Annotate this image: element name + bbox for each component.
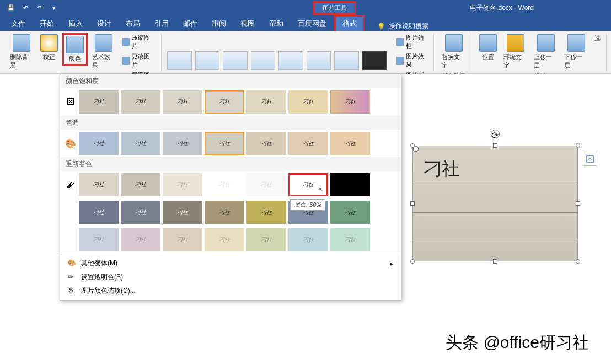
picture-style-thumb[interactable] — [334, 51, 359, 70]
tab-insert[interactable]: 插入 — [62, 17, 89, 31]
selection-pane-button[interactable]: 选 — [592, 33, 603, 44]
alt-text-button[interactable]: 替换文字 — [440, 33, 468, 71]
recolor-thumb[interactable]: 刁社 — [121, 228, 160, 251]
picture-border-button[interactable]: 图片边框 — [394, 33, 430, 51]
picture-style-thumb[interactable] — [167, 51, 192, 70]
undo-icon[interactable]: ↶ — [21, 3, 30, 12]
section-tone: 色调 — [60, 116, 401, 130]
tone-thumb[interactable]: 刁社 — [121, 132, 160, 155]
recolor-thumb[interactable]: 刁社 — [246, 173, 286, 196]
bring-forward-button[interactable]: 上移一层 — [532, 33, 560, 71]
picture-color-options-item[interactable]: ⚙ 图片颜色选项(C)... — [65, 284, 396, 298]
corrections-icon — [40, 34, 58, 52]
saturation-thumb[interactable]: 刁社 — [163, 90, 202, 114]
tab-references[interactable]: 引用 — [148, 17, 175, 31]
tone-thumb[interactable]: 刁社 — [330, 132, 370, 155]
color-button[interactable]: 颜色 — [62, 33, 88, 66]
wrap-text-button[interactable]: 环绕文字 — [501, 33, 529, 71]
tell-me-search[interactable]: 💡 操作说明搜索 — [377, 22, 428, 31]
more-variations-item[interactable]: 🎨 其他变体(M) ▸ — [65, 256, 396, 270]
saturation-thumb[interactable]: 刁社 — [330, 90, 370, 114]
rotate-handle[interactable]: ⟳ — [491, 130, 500, 138]
set-transparent-color-item[interactable]: ✏ 设置透明色(S) — [65, 270, 396, 284]
compress-icon — [122, 38, 130, 46]
resize-handle[interactable] — [410, 143, 415, 148]
picture-style-thumb[interactable] — [278, 51, 303, 70]
corrections-button[interactable]: 校正 — [38, 33, 60, 62]
tab-baidu[interactable]: 百度网盘 — [291, 17, 333, 31]
recolor-thumb[interactable]: 刁社 — [121, 201, 160, 224]
saturation-thumb[interactable]: 刁社 — [205, 90, 244, 114]
tab-home[interactable]: 开始 — [33, 17, 61, 31]
resize-handle[interactable] — [410, 259, 415, 264]
recolor-thumb[interactable]: 刁社 — [205, 173, 244, 196]
resize-handle[interactable] — [576, 143, 580, 148]
image-line — [413, 185, 577, 185]
picture-style-thumb[interactable] — [195, 51, 220, 70]
eyedropper-icon: ✏ — [68, 273, 77, 282]
recolor-thumb[interactable]: 刁社 — [205, 228, 244, 251]
picture-style-thumb[interactable] — [362, 51, 387, 70]
tone-thumb[interactable]: 刁社 — [205, 132, 244, 155]
tone-thumb[interactable]: 刁社 — [163, 132, 202, 155]
recolor-thumb[interactable] — [330, 173, 370, 196]
recolor-thumb[interactable]: 刁社 — [246, 201, 286, 224]
tab-review[interactable]: 审阅 — [205, 17, 233, 31]
resize-handle[interactable] — [410, 201, 415, 206]
picture-style-thumb[interactable] — [223, 51, 248, 70]
recolor-thumb[interactable]: 刁社 — [79, 173, 119, 196]
remove-background-button[interactable]: 删除背景 — [8, 33, 36, 71]
artistic-icon — [95, 34, 112, 52]
alt-text-icon — [445, 34, 463, 52]
change-picture-button[interactable]: 更改图片 — [120, 52, 158, 69]
picture-style-thumb[interactable] — [307, 51, 331, 70]
saturation-thumb[interactable]: 刁社 — [288, 90, 328, 114]
resize-handle[interactable] — [576, 259, 580, 264]
group-styles: 图片边框 图片效果 图片版式 — [164, 33, 434, 71]
recolor-thumb[interactable]: 刁社 — [163, 173, 202, 196]
redo-icon[interactable]: ↷ — [35, 3, 44, 12]
tab-format[interactable]: 格式 — [334, 15, 365, 31]
recolor-thumb[interactable]: 刁社 — [330, 201, 370, 224]
tab-view[interactable]: 视图 — [234, 17, 261, 31]
recolor-thumb[interactable]: 刁社 — [163, 228, 202, 251]
picture-effects-button[interactable]: 图片效果 — [394, 52, 430, 69]
tone-thumb[interactable]: 刁社 — [246, 132, 286, 155]
recolor-thumb-bw50[interactable]: 刁社 ↖ 黑白: 50% — [288, 173, 328, 196]
recolor-thumb[interactable]: 刁社 — [288, 228, 328, 251]
tone-thumb[interactable]: 刁社 — [79, 132, 119, 155]
position-button[interactable]: 位置 — [477, 33, 499, 62]
artistic-effects-button[interactable]: 艺术效果 — [90, 33, 118, 71]
tab-file[interactable]: 文件 — [4, 17, 32, 31]
send-backward-button[interactable]: 下移一层 — [562, 33, 590, 71]
recolor-thumb[interactable]: 刁社 — [205, 201, 244, 224]
saturation-thumb[interactable]: 刁社 — [121, 90, 160, 114]
selected-picture[interactable]: ⟳ 刁社 — [412, 146, 578, 261]
tab-mailings[interactable]: 邮件 — [176, 17, 204, 31]
saturation-thumb[interactable]: 刁社 — [79, 90, 119, 114]
tab-design[interactable]: 设计 — [90, 17, 118, 31]
resize-handle[interactable] — [576, 201, 580, 206]
compress-pictures-button[interactable]: 压缩图片 — [120, 33, 158, 51]
picture-style-thumb[interactable] — [251, 51, 276, 70]
resize-handle[interactable] — [493, 143, 497, 148]
recolor-thumb[interactable]: 刁社 — [79, 228, 119, 251]
qat-dropdown-icon[interactable]: ▾ — [50, 3, 58, 12]
resize-handle[interactable] — [493, 259, 497, 264]
tab-help[interactable]: 帮助 — [262, 17, 290, 31]
layout-options-button[interactable] — [583, 152, 597, 166]
recolor-thumb[interactable]: 刁社 — [330, 228, 370, 251]
recolor-thumb[interactable]: 刁社 — [163, 201, 202, 224]
layout-options-icon — [586, 154, 594, 163]
watermark-text: 头条 @office研习社 — [446, 331, 589, 354]
tab-layout[interactable]: 布局 — [119, 17, 147, 31]
position-icon — [479, 34, 497, 52]
change-icon — [122, 57, 130, 65]
save-icon[interactable]: 💾 — [7, 3, 15, 12]
saturation-thumb[interactable]: 刁社 — [246, 90, 286, 114]
chevron-right-icon: ▸ — [390, 260, 393, 267]
tone-thumb[interactable]: 刁社 — [288, 132, 328, 155]
recolor-thumb[interactable]: 刁社 — [121, 173, 160, 196]
recolor-thumb[interactable]: 刁社 — [79, 201, 119, 224]
recolor-thumb[interactable]: 刁社 — [246, 228, 286, 251]
